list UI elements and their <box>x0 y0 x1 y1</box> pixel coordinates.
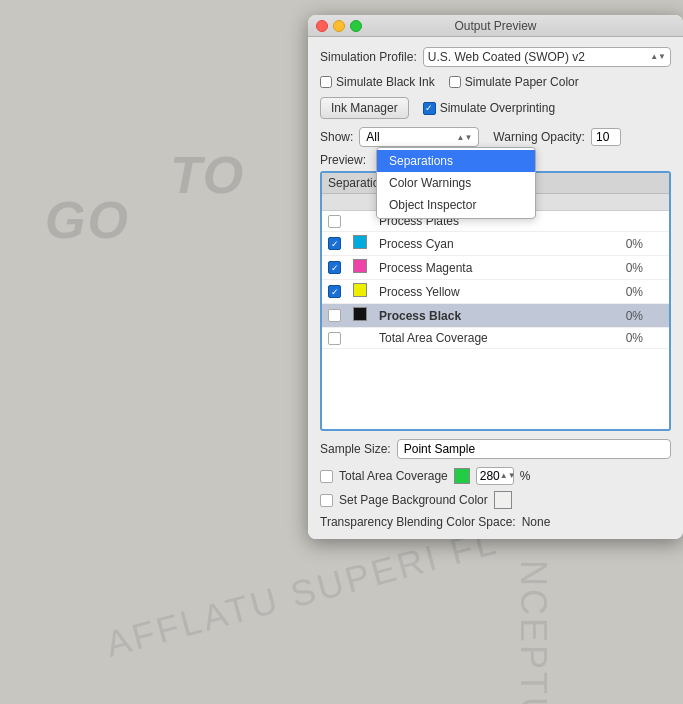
col-checkbox <box>322 194 347 211</box>
tac-color-swatch[interactable] <box>454 468 470 484</box>
show-dropdown-menu: Separations Color Warnings Object Inspec… <box>376 147 536 219</box>
row-extra <box>649 256 669 280</box>
simulation-profile-row: Simulation Profile: U.S. Web Coated (SWO… <box>320 47 671 67</box>
preview-label: Preview: <box>320 151 366 167</box>
total-area-coverage-row: Total Area Coverage 280 ▲▼ % <box>320 467 671 485</box>
ink-manager-row: Ink Manager ✓ Simulate Overprinting <box>320 97 671 119</box>
row-checkbox-checked[interactable]: ✓ <box>328 285 341 298</box>
tac-stepper-icon: ▲▼ <box>500 472 516 480</box>
row-pct <box>595 211 649 232</box>
row-name: Process Cyan <box>373 232 595 256</box>
bg-color-swatch[interactable] <box>494 491 512 509</box>
row-extra <box>649 280 669 304</box>
bg-color-checkbox[interactable] <box>320 494 333 507</box>
tac-unit: % <box>520 469 531 483</box>
dropdown-item-separations[interactable]: Separations <box>377 150 535 172</box>
sample-size-select[interactable]: Point Sample <box>397 439 671 459</box>
warning-opacity-label: Warning Opacity: <box>493 130 585 144</box>
color-swatch <box>353 307 367 321</box>
simulate-black-ink-item: Simulate Black Ink <box>320 75 435 89</box>
close-button[interactable] <box>316 20 328 32</box>
row-extra <box>649 328 669 349</box>
doc-text-nceptu: NCEPTU <box>512 560 554 704</box>
simulate-paper-color-checkbox[interactable] <box>449 76 461 88</box>
table-row: Total Area Coverage0% <box>322 328 669 349</box>
show-label: Show: <box>320 130 353 144</box>
row-checkbox-checked[interactable]: ✓ <box>328 261 341 274</box>
simulate-overprinting-checkbox[interactable]: ✓ <box>423 102 436 115</box>
row-extra <box>649 232 669 256</box>
simulate-paper-color-item: Simulate Paper Color <box>449 75 579 89</box>
trans-blending-label: Transparency Blending Color Space: <box>320 515 516 529</box>
sample-size-label: Sample Size: <box>320 442 391 456</box>
row-name: Total Area Coverage <box>373 328 595 349</box>
ink-manager-button[interactable]: Ink Manager <box>320 97 409 119</box>
simulate-black-ink-label: Simulate Black Ink <box>336 75 435 89</box>
col-extra <box>649 194 669 211</box>
row-extra <box>649 304 669 328</box>
select-arrows-icon: ▲▼ <box>646 53 666 61</box>
row-name: Process Yellow <box>373 280 595 304</box>
trans-blending-value: None <box>522 515 551 529</box>
minimize-button[interactable] <box>333 20 345 32</box>
row-pct: 0% <box>595 256 649 280</box>
tac-label: Total Area Coverage <box>339 469 448 483</box>
color-swatch <box>353 259 367 273</box>
tac-checkbox[interactable] <box>320 470 333 483</box>
separations-empty-area <box>322 349 669 429</box>
simulation-profile-select[interactable]: U.S. Web Coated (SWOP) v2 ▲▼ <box>423 47 671 67</box>
simulate-black-ink-checkbox[interactable] <box>320 76 332 88</box>
show-select[interactable]: All ▲▼ <box>359 127 479 147</box>
row-name: Process Black <box>373 304 595 328</box>
color-swatch <box>353 235 367 249</box>
output-preview-window: Output Preview Simulation Profile: U.S. … <box>308 15 683 539</box>
simulation-profile-label: Simulation Profile: <box>320 50 417 64</box>
title-bar: Output Preview <box>308 15 683 37</box>
table-row: ✓Process Cyan0% <box>322 232 669 256</box>
window-title: Output Preview <box>454 19 536 33</box>
row-checkbox-checked[interactable]: ✓ <box>328 237 341 250</box>
simulate-overprinting-label: Simulate Overprinting <box>440 101 555 115</box>
row-extra <box>649 211 669 232</box>
simulate-overprinting-item: ✓ Simulate Overprinting <box>423 101 555 115</box>
window-content: Simulation Profile: U.S. Web Coated (SWO… <box>308 37 683 539</box>
set-page-background-row: Set Page Background Color <box>320 491 671 509</box>
table-row: ✓Process Yellow0% <box>322 280 669 304</box>
maximize-button[interactable] <box>350 20 362 32</box>
checkbox-row-1: Simulate Black Ink Simulate Paper Color <box>320 75 671 89</box>
row-checkbox-empty[interactable] <box>328 309 341 322</box>
simulate-paper-color-label: Simulate Paper Color <box>465 75 579 89</box>
col-pct <box>595 194 649 211</box>
transparency-blending-row: Transparency Blending Color Space: None <box>320 515 671 529</box>
show-row: Show: All ▲▼ Warning Opacity: 10 Separat… <box>320 127 671 147</box>
show-select-arrows: ▲▼ <box>457 133 473 142</box>
warning-opacity-value[interactable]: 10 <box>591 128 621 146</box>
table-row: Process Black0% <box>322 304 669 328</box>
bg-color-label: Set Page Background Color <box>339 493 488 507</box>
tac-value-field[interactable]: 280 ▲▼ <box>476 467 514 485</box>
row-pct: 0% <box>595 232 649 256</box>
row-pct: 0% <box>595 328 649 349</box>
doc-text-go: GO <box>45 190 130 250</box>
doc-text-to: TO <box>170 145 245 205</box>
row-pct: 0% <box>595 280 649 304</box>
col-swatch <box>347 194 373 211</box>
row-checkbox-empty[interactable] <box>328 215 341 228</box>
color-swatch <box>353 283 367 297</box>
row-name: Process Magenta <box>373 256 595 280</box>
row-checkbox-empty[interactable] <box>328 332 341 345</box>
row-pct: 0% <box>595 304 649 328</box>
traffic-lights <box>316 20 362 32</box>
dropdown-item-object-inspector[interactable]: Object Inspector <box>377 194 535 216</box>
dropdown-item-color-warnings[interactable]: Color Warnings <box>377 172 535 194</box>
sample-size-row: Sample Size: Point Sample <box>320 439 671 459</box>
table-row: ✓Process Magenta0% <box>322 256 669 280</box>
